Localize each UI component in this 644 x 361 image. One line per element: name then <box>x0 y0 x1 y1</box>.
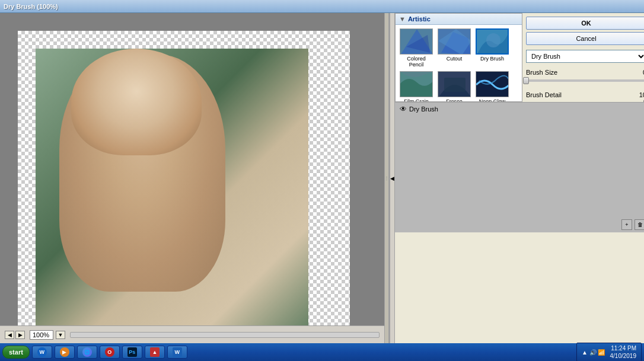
filter-name-colored-pencil: Colored Pencil <box>399 56 433 68</box>
filter-thumb-neon-glow <box>476 71 509 97</box>
canvas-checkerboard <box>18 31 350 339</box>
vlc-icon: ▶ <box>60 347 69 357</box>
brush-size-thumb[interactable] <box>523 77 529 84</box>
canvas-image <box>36 49 308 339</box>
svg-rect-8 <box>444 78 466 92</box>
taskbar-item-browser[interactable]: 🌐 <box>77 346 97 359</box>
taskbar-item-photoshop[interactable]: Ps <box>122 346 142 359</box>
zoom-input[interactable] <box>30 330 53 340</box>
preview-area: 👁 Dry Brush + 🗑 <box>395 102 644 232</box>
brush-size-label: Brush Size <box>526 69 557 76</box>
app1-icon: ▲ <box>150 347 160 357</box>
panel-divider[interactable]: ⋮ <box>384 13 389 343</box>
filter-thumb-film-grain <box>400 71 433 97</box>
canvas-area: ◀ ▶ ▼ <box>0 13 384 343</box>
filter-grid-artistic: Colored Pencil Cutout <box>396 25 522 102</box>
filter-content: ▼ Artistic Colored Pencil <box>395 13 644 102</box>
right-controls: OK Cancel Dry Brush Brush Size 0 <box>522 13 644 102</box>
brush-size-value: 0 <box>629 69 644 76</box>
svg-point-5 <box>486 33 500 47</box>
filter-thumb-dry-brush <box>476 28 509 55</box>
filter-item-fresco[interactable]: Fresco <box>436 70 473 102</box>
scroll-indicator <box>70 332 380 338</box>
brush-size-slider-row <box>526 79 644 82</box>
taskbar: start W ▶ 🌐 O Ps ▲ W <box>0 343 644 361</box>
preview-new-effect-button[interactable]: + <box>621 219 632 230</box>
tray-date: 4/10/2019 <box>610 352 637 360</box>
nav-prev-button[interactable]: ◀ <box>5 331 14 339</box>
filter-panel: ◀ ▼ Artistic <box>389 13 644 343</box>
filter-top-area: ▼ Artistic Colored Pencil <box>395 13 644 232</box>
expand-icon-artistic: ▼ <box>399 15 406 23</box>
ok-button[interactable]: OK <box>526 17 644 30</box>
taskbar-tray: ▲ 🔊 📶 11:24 PM 4/10/2019 <box>576 343 642 361</box>
nav-next-button[interactable]: ▶ <box>15 331 25 339</box>
status-nav: ◀ ▶ <box>5 331 25 339</box>
browser-icon: 🌐 <box>82 347 92 357</box>
taskbar-item-windows[interactable]: W <box>32 346 52 359</box>
filter-thumb-colored-pencil <box>400 28 433 55</box>
word-icon: W <box>173 347 182 357</box>
taskbar-item-word[interactable]: W <box>167 346 187 359</box>
filter-thumb-fresco <box>438 71 471 97</box>
taskbar-item-opera[interactable]: O <box>100 346 120 359</box>
tray-clock: 11:24 PM <box>610 344 637 352</box>
filter-list: ▼ Artistic Colored Pencil <box>395 13 522 102</box>
cancel-button[interactable]: Cancel <box>526 32 644 45</box>
eye-icon[interactable]: 👁 <box>400 105 407 113</box>
zoom-display: ▼ <box>30 330 65 340</box>
preview-label: 👁 Dry Brush <box>400 105 438 113</box>
status-bar: ◀ ▶ ▼ <box>0 325 384 343</box>
filter-category-artistic[interactable]: ▼ Artistic <box>396 14 522 25</box>
collapse-button[interactable]: ◀ <box>390 13 395 343</box>
tray-time: 11:24 PM 4/10/2019 <box>610 344 637 360</box>
brush-detail-value: 10 <box>629 91 644 98</box>
filter-item-film-grain[interactable]: Film Grain <box>398 70 435 102</box>
filter-select-dropdown[interactable]: Dry Brush <box>526 50 644 63</box>
start-button[interactable]: start <box>2 346 30 359</box>
title-bar-text: Dry Brush (100%) <box>4 3 58 10</box>
filter-item-dry-brush[interactable]: Dry Brush <box>474 27 511 69</box>
main-area: ◀ ▶ ▼ ⋮ ◀ <box>0 13 644 343</box>
filter-name-dry-brush: Dry Brush <box>480 56 504 62</box>
filter-item-colored-pencil[interactable]: Colored Pencil <box>398 27 435 69</box>
filter-panel-inner: ◀ ▼ Artistic <box>390 13 644 343</box>
preview-bottom-icons: + 🗑 <box>621 219 644 230</box>
tray-icons: ▲ 🔊 📶 <box>582 349 605 356</box>
preview-filter-label: Dry Brush <box>409 106 438 113</box>
taskbar-item-vlc[interactable]: ▶ <box>55 346 75 359</box>
preview-delete-effect-button[interactable]: 🗑 <box>635 219 644 230</box>
preview-content <box>395 103 644 232</box>
zoom-dropdown-button[interactable]: ▼ <box>56 331 65 339</box>
filter-item-neon-glow[interactable]: Neon Glow <box>474 70 511 102</box>
brush-detail-row: Brush Detail 10 <box>526 91 644 98</box>
category-label-artistic: Artistic <box>408 15 431 23</box>
photoshop-icon: Ps <box>127 347 137 357</box>
windows-icon: W <box>37 347 47 357</box>
opera-icon: O <box>105 347 114 357</box>
filter-thumb-cutout <box>438 28 471 55</box>
filter-item-cutout[interactable]: Cutout <box>436 27 473 69</box>
filter-name-cutout: Cutout <box>447 56 463 62</box>
brush-size-slider[interactable] <box>526 79 644 82</box>
brush-detail-label: Brush Detail <box>526 91 562 98</box>
brush-size-row: Brush Size 0 <box>526 69 644 76</box>
taskbar-item-app1[interactable]: ▲ <box>145 346 165 359</box>
title-bar: Dry Brush (100%) <box>0 0 644 13</box>
